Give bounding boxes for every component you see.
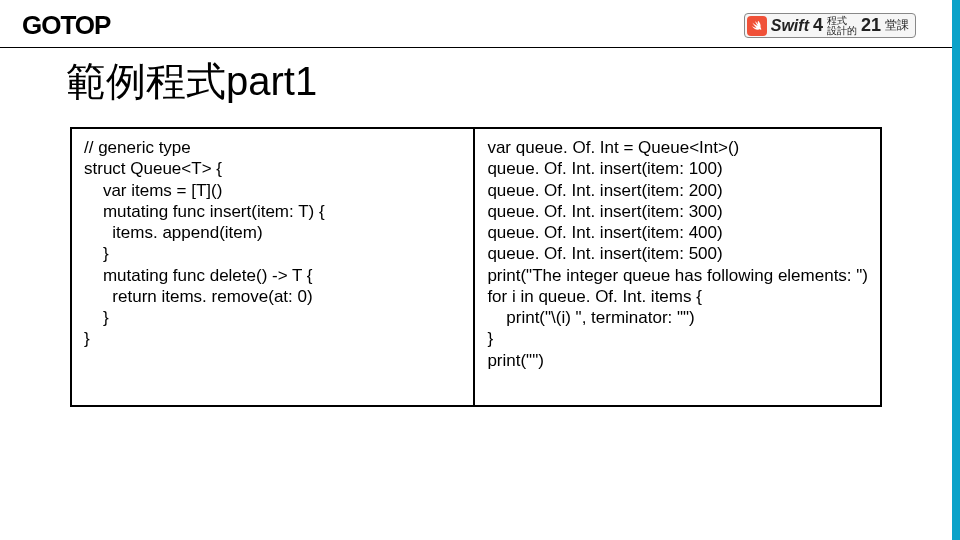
slide: GOTOP Swift 4 程式 設計的 21 堂課 範例程式part1 // …: [0, 0, 960, 540]
code-left: // generic type struct Queue<T> { var it…: [84, 137, 461, 350]
swift-name: Swift: [771, 17, 809, 35]
swift-cn: 程式 設計的: [827, 16, 857, 36]
swift-cn-bottom: 設計的: [827, 26, 857, 36]
content-area: // generic type struct Queue<T> { var it…: [0, 127, 952, 407]
slide-title: 範例程式part1: [0, 48, 952, 127]
code-box-left: // generic type struct Queue<T> { var it…: [70, 127, 475, 407]
code-box-right: var queue. Of. Int = Queue<Int>() queue.…: [475, 127, 882, 407]
swift-course: 堂課: [885, 17, 909, 34]
swift-version: 4: [813, 15, 823, 36]
swift-icon: [747, 16, 767, 36]
code-right: var queue. Of. Int = Queue<Int>() queue.…: [487, 137, 868, 371]
swift-badge: Swift 4 程式 設計的 21 堂課: [744, 13, 916, 38]
header-bar: GOTOP Swift 4 程式 設計的 21 堂課: [0, 0, 952, 48]
swift-21: 21: [861, 15, 881, 36]
swift-cn-top: 程式: [827, 16, 857, 26]
logo: GOTOP: [22, 10, 110, 41]
